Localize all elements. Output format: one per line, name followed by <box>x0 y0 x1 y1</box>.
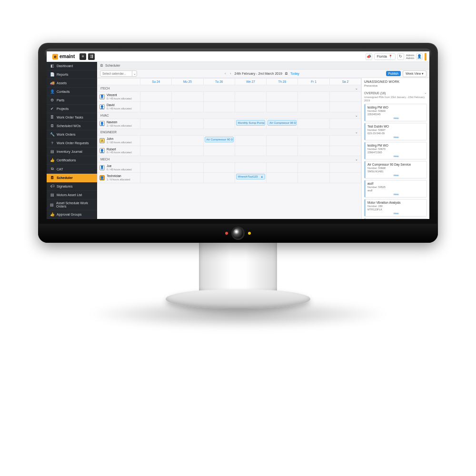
schedule-slot[interactable] <box>329 136 361 146</box>
sidebar-item-parts[interactable]: ⚙Parts <box>47 96 97 105</box>
resource-cell[interactable]: 👤Joe0 / 45 hours allocated <box>98 162 140 172</box>
event-chip[interactable]: WrenchTool123▲ <box>236 174 265 179</box>
sidebar-item-signatures[interactable]: 🏷Signatures <box>47 182 97 191</box>
work-card[interactable]: testing PM WONumber: 50669235345345view <box>364 104 427 121</box>
schedule-slot[interactable] <box>298 162 329 172</box>
card-view-link[interactable]: view <box>367 193 425 196</box>
sidebar-item-dashboard[interactable]: ◧Dashboard <box>47 62 97 70</box>
today-link[interactable]: Today <box>290 72 299 75</box>
prev-week-button[interactable]: ‹ <box>224 72 227 75</box>
schedule-slot[interactable] <box>140 162 172 172</box>
work-card[interactable]: testing PM WONumber: 506702396472365view <box>364 142 427 159</box>
sidebar-item-asset-schedule-work-orders[interactable]: ▤Asset Schedule Work Orders <box>47 199 97 210</box>
schedule-slot[interactable] <box>235 146 266 156</box>
schedule-slot[interactable] <box>329 92 361 102</box>
schedule-slot[interactable] <box>172 146 203 156</box>
schedule-slot[interactable] <box>235 102 266 112</box>
schedule-slot[interactable] <box>329 119 361 129</box>
schedule-slot[interactable] <box>329 146 361 156</box>
schedule-slot[interactable] <box>267 92 298 102</box>
schedule-slot[interactable] <box>140 119 172 129</box>
schedule-slot[interactable] <box>140 136 172 146</box>
sidebar-item-work-order-requests[interactable]: ?Work Order Requests <box>47 139 97 148</box>
resource-cell[interactable]: 👤Naveen2 / 60 hours allocated <box>98 119 140 129</box>
schedule-slot[interactable]: Air Compressor 90 D... <box>203 136 235 146</box>
schedule-slot[interactable] <box>329 162 361 172</box>
schedule-slot[interactable] <box>140 92 172 102</box>
sidebar-item-inventory-journal[interactable]: ▤Inventory Journal <box>47 148 97 156</box>
next-week-button[interactable]: › <box>229 72 232 75</box>
schedule-slot[interactable] <box>329 173 361 183</box>
event-chip[interactable]: Air Compressor 90 D... <box>205 137 234 142</box>
schedule-slot[interactable] <box>203 102 235 112</box>
schedule-slot[interactable] <box>298 119 329 129</box>
schedule-slot[interactable] <box>267 146 298 156</box>
card-view-link[interactable]: view <box>367 117 425 119</box>
calendar-select[interactable]: ⌄ <box>100 70 137 77</box>
chevron-down-icon[interactable]: ⌄ <box>132 71 137 76</box>
schedule-slot[interactable] <box>298 92 329 102</box>
publish-button[interactable]: Publish <box>386 71 401 76</box>
schedule-slot[interactable] <box>203 173 235 183</box>
schedule-slot[interactable] <box>172 162 203 172</box>
event-chip[interactable]: Air Compressor 90 D... <box>268 120 297 126</box>
schedule-slot[interactable] <box>203 162 235 172</box>
schedule-slot[interactable] <box>267 136 298 146</box>
schedule-slot[interactable] <box>235 162 266 172</box>
resource-cell[interactable]: AJohn1 / 60 hours allocated <box>98 136 140 146</box>
work-card[interactable]: Air Compressor 90 Day ServiceNumber: 506… <box>364 161 427 178</box>
user-block[interactable]: Admin Admin <box>406 54 414 60</box>
sidebar-item-projects[interactable]: ✔Projects <box>47 105 97 113</box>
schedule-slot[interactable]: Monthly Sump Pump... <box>235 119 266 129</box>
schedule-slot[interactable]: WrenchTool123▲ <box>235 173 266 183</box>
sidebar-item-reports[interactable]: 📄Reports <box>47 70 97 79</box>
schedule-slot[interactable] <box>267 173 298 183</box>
work-card[interactable]: asdfNumber: 50525asdfview <box>364 180 427 198</box>
calendar-picker-icon[interactable]: 🗓 <box>285 72 288 75</box>
sidebar-item-cat[interactable]: ⧉CAT <box>47 165 97 174</box>
schedule-slot[interactable] <box>140 173 172 183</box>
group-row[interactable]: MECH⌄ <box>98 156 361 162</box>
schedule-slot[interactable] <box>203 92 235 102</box>
work-card[interactable]: Motor Vibration AnalysisNumber: 280MTR12… <box>364 199 427 217</box>
schedule-slot[interactable] <box>298 173 329 183</box>
card-view-link[interactable]: view <box>367 212 425 215</box>
sidebar-item-approval-groups[interactable]: 👍Approval Groups <box>47 210 97 219</box>
schedule-slot[interactable] <box>329 102 361 112</box>
schedule-slot[interactable] <box>203 119 235 129</box>
schedule-slot[interactable] <box>140 102 172 112</box>
schedule-slot[interactable] <box>172 92 203 102</box>
user-icon[interactable]: 👤 <box>416 53 423 60</box>
schedule-slot[interactable] <box>172 173 203 183</box>
sidebar-item-certifications[interactable]: 👍Certifications <box>47 156 97 165</box>
resource-cell[interactable]: 👤David0 / 45 hours allocated <box>98 102 140 112</box>
share-icon[interactable]: ⇶ <box>88 53 95 60</box>
schedule-slot[interactable] <box>298 102 329 112</box>
sidebar-item-scheduled-wos[interactable]: 🗓Scheduled WOs <box>47 122 97 130</box>
group-row[interactable]: ITECH⌄ <box>98 85 361 92</box>
schedule-slot[interactable] <box>140 146 172 156</box>
sidebar-item-work-orders[interactable]: 🔧Work Orders <box>47 130 97 139</box>
card-view-link[interactable]: view <box>367 174 425 177</box>
schedule-slot[interactable] <box>267 102 298 112</box>
schedule-slot[interactable] <box>298 136 329 146</box>
view-select[interactable]: Week View ▾ <box>403 70 426 77</box>
sidebar-item-contacts[interactable]: 👤Contacts <box>47 88 97 96</box>
menu-icon[interactable]: ≡ <box>79 53 86 60</box>
refresh-icon[interactable]: ↻ <box>397 53 404 60</box>
work-card[interactable]: asdview <box>364 218 427 219</box>
location-chip[interactable]: Florida 📍 <box>374 53 396 60</box>
group-row[interactable]: HVAC⌄ <box>98 112 361 119</box>
work-card[interactable]: Test Dublin WONumber: 50697023-23-540-09… <box>364 123 427 140</box>
sidebar-item-work-order-tasks[interactable]: ≣Work Order Tasks <box>47 113 97 122</box>
calendar-select-input[interactable] <box>100 72 132 75</box>
schedule-slot[interactable] <box>203 146 235 156</box>
schedule-slot[interactable] <box>172 119 203 129</box>
sidebar-item-motors-asset-list[interactable]: ▤Motors Asset List <box>47 191 97 199</box>
schedule-slot[interactable] <box>235 92 266 102</box>
event-chip[interactable]: Monthly Sump Pump... <box>236 120 265 126</box>
group-row[interactable]: ENGINEER⌄ <box>98 129 361 136</box>
panel-section[interactable]: OVERDUE (16) ⌄ <box>364 91 427 95</box>
resource-cell[interactable]: 👤Robert0 / 45 hours allocated <box>98 146 140 156</box>
sidebar-item-assets[interactable]: 🚚Assets <box>47 79 97 88</box>
